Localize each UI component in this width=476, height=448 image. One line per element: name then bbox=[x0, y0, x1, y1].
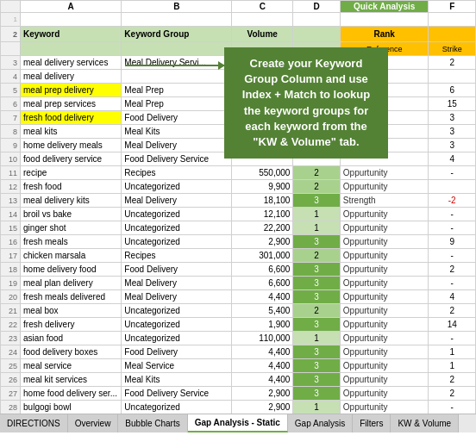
cell-keyword[interactable]: fresh food delivery bbox=[21, 111, 122, 125]
col-e-header[interactable]: Quick Analysis bbox=[340, 1, 429, 13]
cell-keyword[interactable]: chicken marsala bbox=[21, 249, 122, 263]
tab-gap-analysis-static[interactable]: Gap Analysis - Static bbox=[188, 414, 288, 432]
col-f-header[interactable]: F bbox=[429, 1, 476, 13]
cell-volume[interactable]: 301,000 bbox=[232, 249, 293, 263]
tab-directions[interactable]: DIRECTIONS bbox=[0, 414, 68, 432]
tab-gap-analysis[interactable]: Gap Analysis bbox=[288, 414, 353, 432]
cell-d[interactable]: 1 bbox=[293, 332, 340, 345]
cell-keyword[interactable]: home delivery meals bbox=[21, 139, 122, 152]
col-a-header[interactable]: A bbox=[21, 1, 122, 13]
cell-keyword-group[interactable]: Meal Kits bbox=[122, 373, 232, 387]
cell-keyword-group[interactable]: Food Delivery bbox=[122, 263, 232, 277]
cell-d[interactable]: 3 bbox=[293, 359, 340, 373]
cell-volume[interactable]: 6,600 bbox=[232, 277, 293, 290]
cell-keyword[interactable]: food delivery service bbox=[21, 152, 122, 166]
cell-keyword[interactable]: meal prep services bbox=[21, 97, 122, 111]
cell-keyword-group[interactable]: Meal Prep bbox=[122, 97, 232, 111]
cell-d[interactable]: 3 bbox=[293, 235, 340, 249]
cell-keyword-group[interactable]: Meal Delivery bbox=[122, 290, 232, 304]
cell-volume[interactable]: 5,400 bbox=[232, 304, 293, 318]
cell-d[interactable]: 2 bbox=[293, 166, 340, 180]
cell-d[interactable]: 3 bbox=[293, 387, 340, 401]
cell-d[interactable]: 1 bbox=[293, 221, 340, 235]
cell-keyword-group[interactable]: Uncategorized bbox=[122, 401, 232, 414]
cell-keyword[interactable]: meal kit services bbox=[21, 373, 122, 387]
cell-keyword[interactable]: food delivery boxes bbox=[21, 345, 122, 359]
cell-volume[interactable]: 110,000 bbox=[232, 332, 293, 345]
cell-keyword-group[interactable]: Recipes bbox=[122, 166, 232, 180]
cell-keyword-group[interactable]: Meal Delivery Servi... bbox=[122, 56, 232, 70]
cell-keyword-group[interactable]: Meal Delivery bbox=[122, 277, 232, 290]
cell-keyword-group[interactable]: Uncategorized bbox=[122, 235, 232, 249]
cell-keyword-group[interactable]: Meal Service bbox=[122, 359, 232, 373]
cell-d[interactable]: 3 bbox=[293, 345, 340, 359]
cell-keyword-group[interactable]: Meal Prep bbox=[122, 84, 232, 97]
tab-overview[interactable]: Overview bbox=[68, 414, 119, 432]
cell-keyword[interactable]: meal kits bbox=[21, 125, 122, 139]
cell-d[interactable]: 2 bbox=[293, 180, 340, 194]
tab-kw-volume[interactable]: KW & Volume bbox=[391, 414, 459, 432]
cell-d[interactable]: 2 bbox=[293, 304, 340, 318]
cell-d[interactable]: 1 bbox=[293, 401, 340, 414]
cell-volume[interactable]: 4,400 bbox=[232, 290, 293, 304]
cell-keyword-group[interactable]: Uncategorized bbox=[122, 318, 232, 332]
cell-d[interactable]: 3 bbox=[293, 263, 340, 277]
cell-volume[interactable]: 1,900 bbox=[232, 318, 293, 332]
cell-keyword-group[interactable]: Uncategorized bbox=[122, 304, 232, 318]
col-b-header[interactable]: B bbox=[122, 1, 232, 13]
col-c-header[interactable]: C bbox=[232, 1, 293, 13]
cell-keyword[interactable]: meal delivery bbox=[21, 70, 122, 84]
cell-volume[interactable]: 18,100 bbox=[232, 194, 293, 208]
cell-keyword-group[interactable]: Recipes bbox=[122, 249, 232, 263]
cell-d[interactable]: 3 bbox=[293, 194, 340, 208]
cell-keyword[interactable]: fresh meals delivered bbox=[21, 290, 122, 304]
cell-d[interactable]: 3 bbox=[293, 318, 340, 332]
cell-d[interactable]: 3 bbox=[293, 277, 340, 290]
cell-keyword-group[interactable]: Meal Delivery bbox=[122, 194, 232, 208]
cell-volume[interactable]: 550,000 bbox=[232, 166, 293, 180]
cell-keyword[interactable]: fresh meals bbox=[21, 235, 122, 249]
tab-bubble-charts[interactable]: Bubble Charts bbox=[118, 414, 187, 432]
cell-keyword[interactable]: home delivery food bbox=[21, 263, 122, 277]
cell-volume[interactable]: 9,900 bbox=[232, 180, 293, 194]
cell-keyword-group[interactable]: Food Delivery bbox=[122, 345, 232, 359]
cell-keyword-group[interactable]: Meal Kits bbox=[122, 125, 232, 139]
cell-keyword-group[interactable]: Uncategorized bbox=[122, 180, 232, 194]
cell-d[interactable]: 2 bbox=[293, 249, 340, 263]
cell-keyword[interactable]: meal box bbox=[21, 304, 122, 318]
cell-volume[interactable]: 4,400 bbox=[232, 373, 293, 387]
cell-d[interactable]: 1 bbox=[293, 208, 340, 221]
cell-keyword[interactable]: meal service bbox=[21, 359, 122, 373]
cell-volume[interactable]: 4,400 bbox=[232, 359, 293, 373]
cell-keyword-group[interactable] bbox=[122, 70, 232, 84]
cell-keyword[interactable]: asian food bbox=[21, 332, 122, 345]
cell-volume[interactable]: 2,900 bbox=[232, 387, 293, 401]
cell-keyword[interactable]: broil vs bake bbox=[21, 208, 122, 221]
cell-volume[interactable]: 4,400 bbox=[232, 345, 293, 359]
col-d-header[interactable]: D bbox=[293, 1, 340, 13]
cell-keyword-group[interactable]: Uncategorized bbox=[122, 332, 232, 345]
cell-keyword[interactable]: fresh food bbox=[21, 180, 122, 194]
cell-keyword[interactable]: home food delivery ser... bbox=[21, 387, 122, 401]
cell-volume[interactable]: 22,200 bbox=[232, 221, 293, 235]
cell-keyword[interactable]: meal plan delivery bbox=[21, 277, 122, 290]
cell-keyword-group[interactable]: Food Delivery Service bbox=[122, 387, 232, 401]
cell-keyword[interactable]: meal delivery kits bbox=[21, 194, 122, 208]
cell-keyword[interactable]: bulgogi bowl bbox=[21, 401, 122, 414]
cell-keyword[interactable]: recipe bbox=[21, 166, 122, 180]
cell-keyword-group[interactable]: Uncategorized bbox=[122, 208, 232, 221]
cell-volume[interactable]: 12,100 bbox=[232, 208, 293, 221]
cell-keyword[interactable]: fresh delivery bbox=[21, 318, 122, 332]
cell-d[interactable]: 3 bbox=[293, 373, 340, 387]
cell-d[interactable]: 3 bbox=[293, 290, 340, 304]
cell-keyword[interactable]: meal delivery services bbox=[21, 56, 122, 70]
sheet-tabs[interactable]: DIRECTIONS Overview Bubble Charts Gap An… bbox=[0, 414, 476, 432]
cell-keyword-group[interactable]: Food Delivery Service bbox=[122, 152, 232, 166]
cell-volume[interactable]: 2,900 bbox=[232, 235, 293, 249]
cell-keyword-group[interactable]: Uncategorized bbox=[122, 221, 232, 235]
cell-keyword-group[interactable]: Meal Delivery bbox=[122, 139, 232, 152]
cell-volume[interactable]: 6,600 bbox=[232, 263, 293, 277]
cell-keyword-group[interactable]: Food Delivery bbox=[122, 111, 232, 125]
cell-volume[interactable]: 2,900 bbox=[232, 401, 293, 414]
cell-keyword[interactable]: ginger shot bbox=[21, 221, 122, 235]
